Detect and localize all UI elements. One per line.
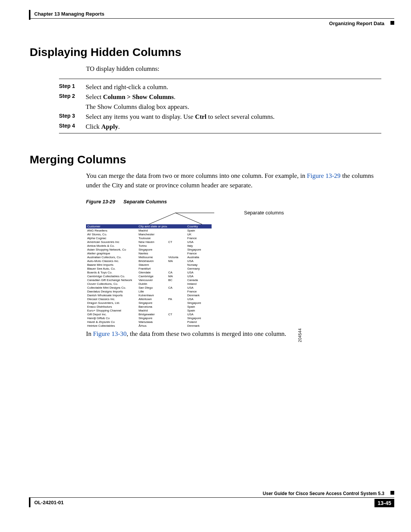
table-cell: Torino — [137, 244, 167, 248]
table-cell: USA — [186, 312, 212, 316]
table-cell: CA — [167, 270, 186, 274]
post-figure-text: In Figure 13-30, the data from these two… — [86, 330, 375, 339]
table-cell: Poland — [186, 320, 212, 324]
heading-merging-columns: Merging Columns — [30, 153, 126, 166]
table-row: ANG ResellersMadridSpain — [86, 228, 212, 232]
table-cell: San Diego — [137, 286, 167, 289]
table-header-cell: Customer — [86, 224, 137, 228]
table-cell: Boards & Toys Co. — [86, 270, 137, 274]
table-cell — [167, 236, 186, 240]
table-cell: Germany — [186, 267, 212, 270]
table-cell: CA — [167, 286, 186, 289]
table-cell: France — [186, 289, 212, 293]
table-cell: Singapore — [186, 248, 212, 251]
table-cell: Australian Collectors, Co. — [86, 255, 137, 259]
table-row: Havel & Zbyszek CoWarszawaPoland — [86, 320, 212, 324]
table-row: Dragon Souveniers, Ltd.SingaporeSingapor… — [86, 301, 212, 305]
table-cell: Clover Collections, Co. — [86, 282, 137, 286]
table-row: Amica Models & Co.TorinoItaly — [86, 244, 212, 248]
table-body: ANG ResellersMadridSpainAV Stores, Co.Ma… — [86, 228, 212, 328]
table-cell: Gift Depot Inc. — [86, 312, 137, 316]
table-cell — [167, 301, 186, 305]
svg-line-0 — [149, 213, 175, 224]
intro-text-1: TO display hidden columns: — [86, 65, 368, 73]
table-cell: Spain — [186, 228, 212, 232]
table-cell: USA — [186, 270, 212, 274]
table-cell: Amica Models & Co. — [86, 244, 137, 248]
table-cell — [167, 228, 186, 232]
step-label: Step 2 — [59, 93, 86, 99]
table-cell — [167, 293, 186, 297]
table-row: Asian Shopping Network, CoSingaporeSinga… — [86, 248, 212, 251]
table-cell — [167, 244, 186, 248]
table-row: Blauer See Auto, Co.FrankfurtGermany — [86, 267, 212, 270]
table-cell: Toulouse — [137, 236, 167, 240]
footer-guide: User Guide for Cisco Secure Access Contr… — [263, 491, 384, 496]
table-cell — [167, 282, 186, 286]
table-row: Handji Gifts& CoSingaporeSingapore — [86, 316, 212, 320]
callout-pointer — [149, 210, 215, 223]
table-cell: Warszawa — [137, 320, 167, 324]
table-cell — [167, 308, 186, 312]
table-cell: Singapore — [186, 316, 212, 320]
table-cell: Frankfurt — [137, 267, 167, 270]
footer-square-icon — [390, 491, 394, 495]
step-label: Step 4 — [59, 123, 86, 129]
table-cell: ANG Resellers — [86, 228, 137, 232]
table-cell: USA — [186, 274, 212, 278]
link-figure-13-29[interactable]: Figure 13-29 — [307, 172, 341, 179]
steps-rule-top — [59, 78, 381, 79]
table-row: Diecast Classics Inc.AllentownPAUSA — [86, 297, 212, 301]
table-cell: Melbourne — [137, 255, 167, 259]
table-cell: Alpha Cognac — [86, 236, 137, 240]
callout-label: Separate columns — [244, 210, 284, 216]
table-cell: Auto-Moto Classics Inc. — [86, 259, 137, 263]
table-cell: Spain — [186, 308, 212, 312]
step-label: Step 1 — [59, 83, 86, 89]
table-cell — [167, 263, 186, 267]
postfig-pre: In — [86, 330, 93, 337]
table-row: Cambridge Collectables Co.CambridgeMAUSA — [86, 274, 212, 278]
table-cell: Singapore — [186, 301, 212, 305]
table-row: Baane Mini ImportsStavernNorway — [86, 263, 212, 267]
table-cell: Spain — [186, 305, 212, 308]
intro-text-2: You can merge the data from two or more … — [86, 171, 375, 190]
postfig-post: , the data from these two columns is mer… — [127, 330, 286, 337]
table-cell: BC — [167, 278, 186, 282]
table-cell: MA — [167, 274, 186, 278]
table-cell — [167, 324, 186, 328]
table-cell: USA — [186, 259, 212, 263]
sample-table: CustomerCity and state or provinceCountr… — [86, 224, 212, 328]
table-cell: Havel & Zbyszek Co — [86, 320, 137, 324]
table-cell: Collectable Mini Designs Co. — [86, 286, 137, 289]
step-label: Step 3 — [59, 113, 86, 119]
link-figure-13-30[interactable]: Figure 13-30 — [93, 330, 126, 337]
table-row: Australian Collectors, Co.MelbourneVicto… — [86, 255, 212, 259]
table-cell: Daedalus Designs Imports — [86, 289, 137, 293]
step-row: Step 3Select any items you want to displ… — [59, 113, 371, 121]
step-text: Select any items you want to display. Us… — [86, 113, 367, 121]
step-row: The Show Columns dialog box appears. — [59, 103, 371, 112]
table-cell: Kobenhavn — [137, 293, 167, 297]
header-square-icon — [390, 21, 394, 25]
svg-line-1 — [175, 213, 202, 224]
table-cell: Enaco Distributors — [86, 305, 137, 308]
step-text: The Show Columns dialog box appears. — [86, 103, 367, 112]
table-cell: Asian Shopping Network, Co — [86, 248, 137, 251]
figure-caption: Figure 13-29 Separate Columns — [86, 199, 167, 204]
table-row: Daedalus Designs ImportsLilleFrance — [86, 289, 212, 293]
table-cell: France — [186, 251, 212, 255]
figure-label: Figure 13-29 — [86, 199, 115, 204]
table-cell — [167, 305, 186, 308]
table-cell: Singapore — [137, 316, 167, 320]
steps-rule-bottom — [59, 133, 381, 134]
table-row: Gift Depot Inc.BridgewaterCTUSA — [86, 312, 212, 316]
footer-bar — [29, 497, 30, 507]
table-row: Canadian Gift Exchange NetworkVancouverB… — [86, 278, 212, 282]
figure-title: Separate Columns — [123, 199, 167, 204]
table-cell: Norway — [186, 263, 212, 267]
table-cell: Singapore — [137, 301, 167, 305]
table-cell: Italy — [186, 244, 212, 248]
table-cell — [167, 320, 186, 324]
table-row: American Souvenirs IncNew HavenCTUSA — [86, 240, 212, 244]
